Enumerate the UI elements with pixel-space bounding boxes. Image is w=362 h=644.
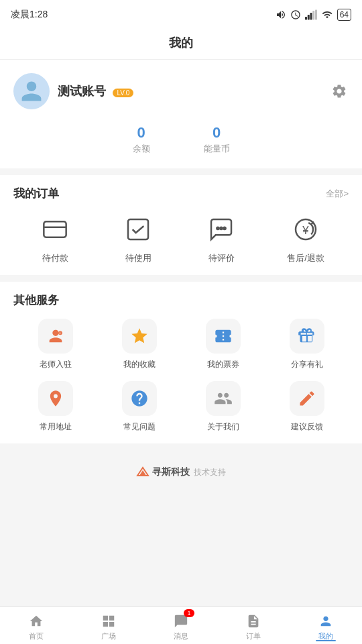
nav-plaza[interactable]: 广场 xyxy=(72,610,145,641)
service-about[interactable]: 关于我们 xyxy=(181,381,265,433)
people-icon xyxy=(214,389,233,408)
company-name: 寻斯科技 xyxy=(152,466,190,478)
svg-text:+: + xyxy=(59,331,61,335)
gear-icon xyxy=(331,83,347,99)
nav-mine[interactable]: 我的 xyxy=(290,610,362,641)
battery-indicator: 64 xyxy=(337,9,351,21)
user-icon xyxy=(318,614,333,629)
order-nav-icon xyxy=(245,613,261,629)
order-refund[interactable]: ¥ 售后/退款 xyxy=(287,212,324,264)
service-favorites[interactable]: 我的收藏 xyxy=(97,319,181,370)
ticket-icon-wrap xyxy=(206,319,241,354)
nav-message[interactable]: 1 消息 xyxy=(145,610,217,641)
order-pending-payment[interactable]: 待付款 xyxy=(38,212,72,264)
teacher-icon: + xyxy=(46,327,65,345)
nav-message-label: 消息 xyxy=(174,631,188,641)
status-time: 凌晨1:28 xyxy=(11,9,48,21)
svg-rect-0 xyxy=(305,17,307,20)
energy-stat: 0 能量币 xyxy=(204,124,230,155)
ticket-icon xyxy=(214,327,233,345)
service-tickets-label: 我的票券 xyxy=(207,359,239,370)
main-content: 测试账号 LV.0 0 余额 0 能量币 我的订单 全部 xyxy=(0,60,362,604)
company-logo-icon xyxy=(136,466,149,478)
profile-card: 测试账号 LV.0 0 余额 0 能量币 xyxy=(0,60,362,168)
home-nav-icon xyxy=(28,613,44,629)
nav-home-label: 首页 xyxy=(29,631,44,641)
service-teacher[interactable]: + 老师入驻 xyxy=(13,319,97,370)
order-refund-label: 售后/退款 xyxy=(287,252,324,264)
nav-plaza-label: 广场 xyxy=(101,631,116,641)
star-icon xyxy=(130,327,149,345)
service-address[interactable]: 常用地址 xyxy=(13,381,97,433)
svg-point-10 xyxy=(224,227,226,229)
pencil-icon-wrap xyxy=(290,381,324,416)
svg-rect-4 xyxy=(315,10,317,20)
avatar-icon xyxy=(19,79,44,103)
orders-header: 我的订单 全部> xyxy=(13,186,349,201)
svg-rect-7 xyxy=(128,219,148,239)
settings-button[interactable] xyxy=(330,82,349,101)
tech-support-inner: 寻斯科技 技术支持 xyxy=(136,466,226,478)
level-badge: LV.0 xyxy=(113,89,133,97)
orders-section: 我的订单 全部> 待付款 xyxy=(0,175,362,275)
order-pending-payment-label: 待付款 xyxy=(42,252,68,264)
nav-order[interactable]: 订单 xyxy=(217,610,290,641)
nav-mine-label: 我的 xyxy=(318,631,333,641)
energy-label: 能量币 xyxy=(204,143,230,155)
refund-icon: ¥ xyxy=(288,212,323,247)
service-grid: + 老师入驻 我的收藏 xyxy=(13,319,349,433)
status-bar: 凌晨1:28 64 xyxy=(0,0,362,30)
credit-card-icon xyxy=(38,212,72,247)
gift-icon-wrap xyxy=(290,319,324,354)
service-feedback[interactable]: 建议反馈 xyxy=(265,381,349,433)
grid-icon xyxy=(101,614,116,629)
services-header: 其他服务 xyxy=(13,292,349,308)
service-address-label: 常用地址 xyxy=(40,421,72,433)
service-faq-label: 常见问题 xyxy=(123,421,156,433)
status-icons: 64 xyxy=(276,9,351,21)
user-info: 测试账号 LV.0 xyxy=(58,83,133,99)
check-square-icon xyxy=(121,212,156,247)
service-feedback-label: 建议反馈 xyxy=(291,421,323,433)
order-pending-use[interactable]: 待使用 xyxy=(121,212,156,264)
service-share-label: 分享有礼 xyxy=(291,359,323,370)
tech-support-label: 技术支持 xyxy=(194,467,226,478)
tech-support: 寻斯科技 技术支持 xyxy=(0,450,362,492)
service-faq[interactable]: 常见问题 xyxy=(97,381,181,433)
svg-rect-1 xyxy=(307,15,309,20)
avatar[interactable] xyxy=(13,73,50,109)
services-title: 其他服务 xyxy=(13,292,59,308)
teacher-icon-wrap: + xyxy=(38,319,73,354)
order-pending-use-label: 待使用 xyxy=(125,252,152,264)
nav-home[interactable]: 首页 xyxy=(0,610,72,641)
star-icon-wrap xyxy=(122,319,157,354)
page-header: 我的 xyxy=(0,30,362,60)
service-tickets[interactable]: 我的票券 xyxy=(181,319,265,370)
wifi-icon xyxy=(321,9,333,20)
username: 测试账号 xyxy=(58,85,106,98)
page-title: 我的 xyxy=(169,36,193,50)
bottom-nav: 首页 广场 1 消息 订单 xyxy=(0,606,362,644)
profile-top: 测试账号 LV.0 xyxy=(13,73,349,109)
message-badge: 1 xyxy=(184,609,194,617)
orders-more[interactable]: 全部> xyxy=(326,188,349,200)
location-icon-wrap xyxy=(38,381,73,416)
gift-icon xyxy=(298,327,316,345)
question-icon-wrap xyxy=(122,381,157,416)
svg-point-9 xyxy=(221,227,223,229)
order-pending-review[interactable]: 待评价 xyxy=(204,212,239,264)
service-share[interactable]: 分享有礼 xyxy=(265,319,349,370)
svg-rect-2 xyxy=(310,13,312,20)
people-icon-wrap xyxy=(206,381,241,416)
order-grid: 待付款 待使用 xyxy=(13,212,349,264)
service-about-label: 关于我们 xyxy=(207,421,239,433)
order-icon xyxy=(246,614,261,629)
message-nav-icon: 1 xyxy=(173,613,189,629)
location-icon xyxy=(46,389,65,408)
pencil-icon xyxy=(298,389,316,408)
orders-title: 我的订单 xyxy=(13,186,59,201)
balance-value: 0 xyxy=(133,124,150,142)
services-section: 其他服务 + 老师入驻 xyxy=(0,282,362,443)
balance-stat: 0 余额 xyxy=(133,124,150,155)
user-nav-icon xyxy=(318,613,334,629)
